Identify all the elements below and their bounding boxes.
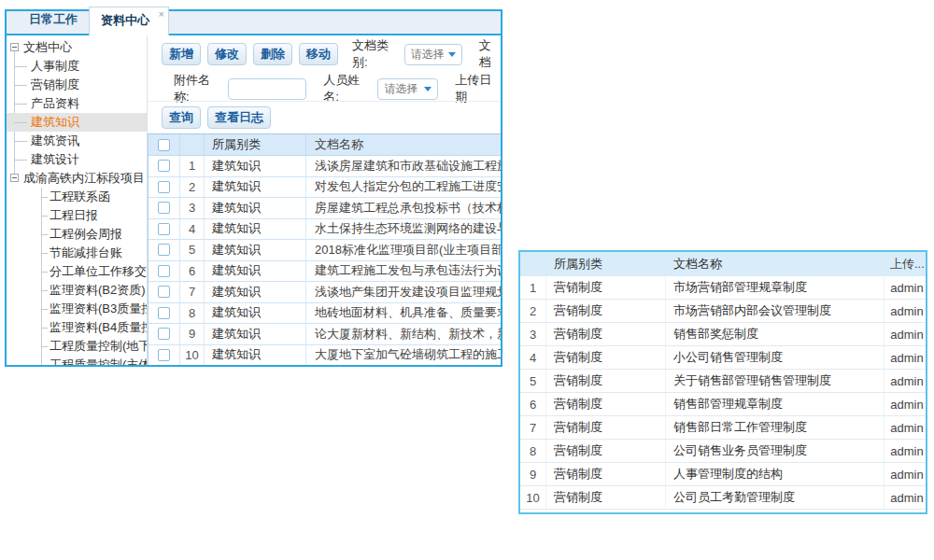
table-row[interactable]: 3 建筑知识 房屋建筑工程总承包投标书（技术标）... (149, 198, 501, 219)
row-checkbox[interactable] (158, 160, 170, 172)
row-checkbox[interactable] (158, 202, 170, 214)
row-doc-name: 关于销售部管理销售管理制度 (666, 370, 884, 392)
tree-node[interactable]: 工程联系函 (7, 188, 147, 206)
table-row[interactable]: 8 营销制度 公司销售业务员管理制度 admin (520, 440, 926, 463)
doc-category-select[interactable]: 请选择 (404, 44, 462, 65)
delete-button[interactable]: 删除 (253, 43, 292, 65)
tree-node[interactable]: 工程日报 (7, 206, 147, 225)
tab-daily-work[interactable]: 日常工作 (18, 7, 89, 34)
row-doc-name: 水土保持生态环境监测网络的建设与资... (306, 219, 501, 240)
table-row[interactable]: 2 建筑知识 对发包人指定分包的工程施工进度安排... (149, 177, 501, 199)
row-doc-name: 销售部奖惩制度 (666, 323, 884, 345)
tree-node[interactable]: 工程质量控制(地下室) (7, 337, 147, 356)
add-button[interactable]: 新增 (162, 43, 201, 65)
table-row[interactable]: 9 营销制度 人事管理制度的结构 admin (520, 463, 926, 486)
tree-node[interactable]: 产品资料 (7, 94, 147, 113)
row-index: 5 (520, 370, 546, 392)
row-uploader: admin (884, 370, 926, 392)
row-category: 营销制度 (546, 370, 666, 392)
table-row[interactable]: 7 建筑知识 浅谈地产集团开发建设项目监理规划编... (149, 282, 501, 303)
tree-node[interactable]: 建筑设计 (7, 150, 147, 169)
move-button[interactable]: 移动 (299, 43, 338, 65)
tree-node-label: 节能减排台账 (50, 245, 122, 259)
tree-node-label: 工程质量控制(主体) (50, 357, 148, 365)
table-row[interactable]: 10 营销制度 公司员工考勤管理制度 admin (520, 486, 926, 510)
row-index: 4 (180, 219, 205, 240)
tree-node[interactable]: 人事制度 (7, 57, 147, 76)
row-checkbox[interactable] (158, 244, 170, 256)
tree-node-label: 分工单位工作移交 (50, 264, 147, 278)
row-uploader: admin (884, 463, 926, 485)
tree-node-label: 工程联系函 (50, 189, 110, 203)
row-doc-name: 公司销售业务员管理制度 (666, 440, 884, 462)
row-checkbox[interactable] (158, 181, 170, 193)
row-doc-name: 浅谈房屋建筑和市政基础设施工程施工... (306, 156, 501, 176)
row-doc-name: 浅谈地产集团开发建设项目监理规划编... (306, 282, 501, 302)
table-row[interactable]: 6 营销制度 销售部管理规章制度 admin (520, 393, 926, 416)
query-button[interactable]: 查询 (162, 106, 201, 129)
tree-node-label: 人事制度 (31, 59, 79, 73)
table-row[interactable]: 4 营销制度 小公司销售管理制度 admin (520, 346, 926, 370)
document-table: 所属别类 文档名称 1 建筑知识 浅谈房屋建筑和市政基础设施工程施工... 2 … (148, 133, 501, 365)
tree-node[interactable]: 建筑知识 (7, 113, 147, 132)
tree-node-label: 产品资料 (31, 96, 79, 110)
attachment-name-input[interactable] (228, 78, 306, 100)
table-row[interactable]: 7 营销制度 销售部日常工作管理制度 admin (520, 416, 926, 440)
row-category: 建筑知识 (205, 345, 306, 366)
tree-node[interactable]: 工程例会周报 (7, 225, 147, 244)
person-name-select[interactable]: 请选择 (377, 78, 438, 100)
tree-node-label: 工程例会周报 (50, 227, 122, 241)
tab-data-center[interactable]: 资料中心 × (89, 7, 169, 35)
category-column-header: 所属别类 (205, 134, 306, 155)
table-row[interactable]: 4 建筑知识 水土保持生态环境监测网络的建设与资... (149, 219, 501, 241)
table-row[interactable]: 1 建筑知识 浅谈房屋建筑和市政基础设施工程施工... (149, 156, 501, 177)
table-row[interactable]: 5 建筑知识 2018标准化监理项目部(业主项目部)人员... (149, 240, 501, 261)
row-index: 8 (520, 440, 546, 462)
row-checkbox[interactable] (158, 223, 170, 235)
tree-node[interactable]: 建筑资讯 (7, 132, 147, 150)
row-category: 建筑知识 (205, 261, 306, 282)
tree-node[interactable]: 文档中心 (7, 38, 147, 57)
table-row[interactable]: 6 建筑知识 建筑工程施工发包与承包违法行为认定... (149, 261, 501, 283)
view-log-button[interactable]: 查看日志 (207, 106, 271, 129)
row-uploader: admin (884, 440, 926, 462)
tree-node[interactable]: 监理资料(B3质量控制) (7, 300, 147, 318)
row-checkbox[interactable] (158, 307, 170, 319)
table-row[interactable]: 2 营销制度 市场营销部内部会议管理制度 admin (520, 300, 926, 323)
table-row[interactable]: 10 建筑知识 大厦地下室加气砼墙砌筑工程的施工方... (149, 345, 501, 366)
table-row[interactable]: 9 建筑知识 论大厦新材料、新结构、新技术，新工... (149, 324, 501, 345)
row-checkbox[interactable] (158, 265, 170, 277)
index-column-header (520, 252, 546, 276)
row-category: 建筑知识 (205, 282, 306, 302)
close-icon[interactable]: × (159, 8, 164, 20)
toolbar-row-3: 查询 查看日志 (162, 106, 271, 129)
tree-node[interactable]: 成渝高铁内江标段项目 (7, 169, 147, 188)
tree: 文档中心 人事制度 营销制度 产品资料 建筑知识 建筑资讯 建筑设计 成渝高铁内… (7, 38, 147, 365)
tab-bar: 日常工作 资料中心 × (7, 11, 501, 35)
collapse-icon[interactable] (10, 174, 19, 182)
tree-branch-line (41, 328, 48, 329)
document-center-window: 日常工作 资料中心 × 文档中心 人事制度 营销制度 产品资料 建筑知识 建筑资… (5, 9, 502, 367)
table-row[interactable]: 5 营销制度 关于销售部管理销售管理制度 admin (520, 370, 926, 393)
row-category: 营销制度 (546, 346, 666, 369)
tree-node[interactable]: 监理资料(B4质量控制) (7, 318, 147, 337)
tree-node[interactable]: 节能减排台账 (7, 244, 147, 262)
select-all-checkbox[interactable] (158, 139, 170, 151)
collapse-icon[interactable] (10, 43, 19, 51)
row-checkbox[interactable] (158, 328, 170, 340)
row-checkbox[interactable] (158, 349, 170, 361)
table-row[interactable]: 3 营销制度 销售部奖惩制度 admin (520, 323, 926, 346)
tree-node[interactable]: 工程质量控制(主体) (7, 356, 147, 365)
tree-node[interactable]: 监理资料(B2资质) (7, 281, 147, 300)
row-checkbox[interactable] (158, 286, 170, 298)
tree-node[interactable]: 营销制度 (7, 76, 147, 94)
tree-node[interactable]: 分工单位工作移交 (7, 262, 147, 281)
tab-data-center-label: 资料中心 (101, 13, 149, 27)
marketing-table-body: 1 营销制度 市场营销部管理规章制度 admin 2 营销制度 市场营销部内部会… (520, 276, 926, 510)
edit-button[interactable]: 修改 (207, 43, 247, 65)
table-row[interactable]: 8 建筑知识 地砖地面材料、机具准备、质量要求及... (149, 303, 501, 325)
row-category: 营销制度 (546, 463, 666, 485)
table-row[interactable]: 1 营销制度 市场营销部管理规章制度 admin (520, 276, 926, 300)
row-index: 6 (520, 393, 546, 415)
row-category: 营销制度 (546, 416, 666, 439)
